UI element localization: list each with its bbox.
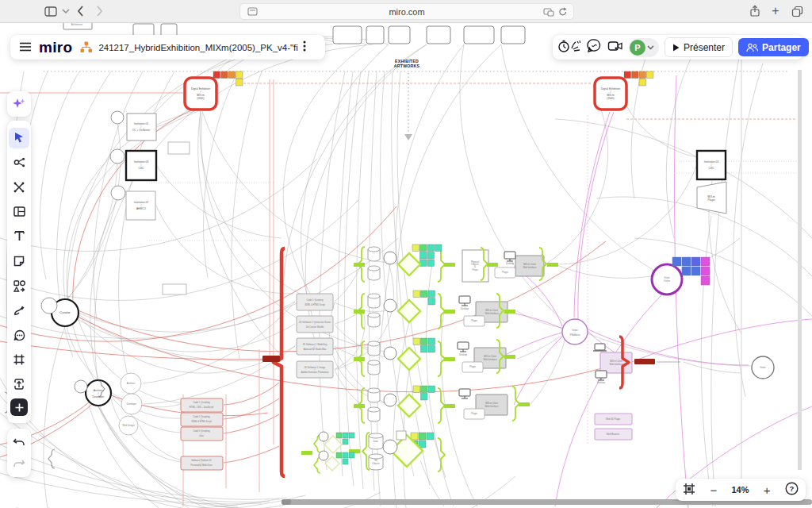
code-boxes[interactable] xyxy=(181,398,223,470)
zoom-level[interactable]: 14% xyxy=(731,485,749,495)
institution-01-node[interactable] xyxy=(127,114,156,140)
svg-text:?: ? xyxy=(789,484,794,493)
miro-board-window: EXHIBITED ARTWORKS Architecture Digital … xyxy=(0,0,812,508)
collab-bar-card: P Présenter Partager xyxy=(553,35,803,60)
visitor-online-circle[interactable] xyxy=(652,264,682,294)
board-canvas[interactable] xyxy=(0,0,812,508)
select-tool[interactable] xyxy=(9,128,29,148)
web-design-circle[interactable] xyxy=(119,416,138,435)
architect-developer-circle[interactable] xyxy=(86,380,111,406)
present-button[interactable]: Présenter xyxy=(665,37,733,57)
reactions-icon[interactable] xyxy=(557,39,581,56)
text-tool[interactable] xyxy=(9,226,29,247)
chevron-down-icon xyxy=(647,45,654,50)
mindmap-tool[interactable] xyxy=(9,152,29,173)
address-bar[interactable]: miro.com xyxy=(239,3,574,20)
miro-logo[interactable]: miro xyxy=(39,39,72,56)
people-icon xyxy=(746,43,758,52)
digital-exhibition-node-left[interactable] xyxy=(185,78,216,110)
play-icon xyxy=(672,44,680,52)
zoom-out-button[interactable]: − xyxy=(710,483,717,497)
sticky-note-tool[interactable] xyxy=(9,251,29,271)
toolbar xyxy=(7,121,31,423)
table-tool[interactable] xyxy=(9,202,29,222)
mixm-plugin-trapezoid[interactable] xyxy=(697,182,726,214)
board-header-card: miro 241217_HybridExhibition_MIXm(2005)_… xyxy=(10,35,325,60)
comment-tool[interactable] xyxy=(9,325,29,345)
new-tab-button[interactable]: + xyxy=(768,0,783,22)
visitor-right-circle[interactable] xyxy=(752,356,774,379)
frame-edge-right xyxy=(798,70,802,470)
page-permissions-icon[interactable] xyxy=(543,7,554,17)
architect-circle[interactable] xyxy=(121,373,141,394)
share-board-button[interactable]: Partager xyxy=(738,38,809,56)
pen-tool[interactable] xyxy=(9,300,29,321)
redo-button[interactable] xyxy=(9,453,29,474)
reload-icon[interactable] xyxy=(558,7,568,17)
institution-02-node[interactable] xyxy=(126,191,155,220)
zoom-in-button[interactable]: + xyxy=(764,483,771,497)
institution-03-node[interactable] xyxy=(126,151,156,180)
present-label: Présenter xyxy=(684,42,725,53)
digital-exhibition-node-right[interactable] xyxy=(595,78,626,110)
url-text: miro.com xyxy=(389,7,424,17)
visitor-ip-circle[interactable] xyxy=(562,319,588,344)
history-toolbar xyxy=(7,429,31,477)
board-title[interactable]: 241217_HybridExhibition_MIXm(2005)_PK_v4… xyxy=(98,43,298,52)
upload-tool[interactable] xyxy=(9,374,29,394)
web3d-plugin-box[interactable] xyxy=(595,414,632,425)
add-more-tools-button[interactable] xyxy=(10,398,28,416)
web-browser-box[interactable] xyxy=(595,429,632,440)
chat-icon[interactable] xyxy=(587,38,602,56)
institution-03-right-node[interactable] xyxy=(697,151,726,179)
back-button[interactable] xyxy=(73,0,87,22)
sparkle-icon xyxy=(12,97,26,111)
user-avatar-menu[interactable]: P xyxy=(629,38,659,57)
sidebar-chevron-icon[interactable] xyxy=(60,0,71,22)
main-menu-button[interactable] xyxy=(20,40,31,55)
share-label: Partager xyxy=(762,42,801,53)
share-page-button[interactable] xyxy=(747,0,763,22)
board-menu-kebab[interactable] xyxy=(303,40,306,55)
small-circles xyxy=(41,111,125,393)
apps-tool[interactable] xyxy=(9,177,29,198)
sidebar-toggle-button[interactable] xyxy=(41,0,60,22)
software-boxes[interactable] xyxy=(297,294,333,378)
browser-toolbar: miro.com + xyxy=(0,0,812,23)
undo-button[interactable] xyxy=(9,432,29,452)
video-chat-icon[interactable] xyxy=(607,40,623,56)
ai-assist-button[interactable] xyxy=(7,91,31,117)
guide-arrowhead xyxy=(404,134,412,140)
developer-circle[interactable] xyxy=(121,394,142,414)
zoom-bar-card: − 14% + ? xyxy=(676,479,806,501)
avatar: P xyxy=(630,40,645,56)
shapes-tool[interactable] xyxy=(9,275,29,296)
org-tree-icon xyxy=(80,41,92,53)
tab-overview-button[interactable] xyxy=(788,0,806,22)
physical-objects-box[interactable] xyxy=(462,250,488,282)
zoom-to-fit-button[interactable] xyxy=(683,483,695,498)
forward-button[interactable] xyxy=(92,0,106,22)
frame-tool[interactable] xyxy=(9,349,29,370)
help-button[interactable]: ? xyxy=(785,482,799,498)
